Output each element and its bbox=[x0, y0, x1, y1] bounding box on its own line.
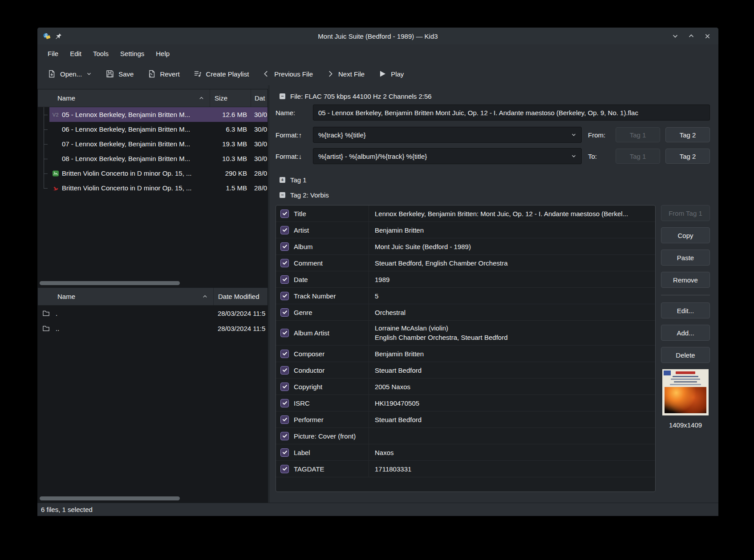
menu-settings[interactable]: Settings bbox=[114, 47, 150, 60]
from-tag1-button[interactable]: Tag 1 bbox=[616, 127, 660, 142]
tree-branch bbox=[38, 122, 49, 137]
tag-field-value[interactable]: Lorraine McAslan (violin) English Chambe… bbox=[369, 321, 655, 345]
file-row[interactable]: 08 - Lennox Berkeley, Benjamin Britten M… bbox=[38, 151, 268, 166]
edit-button[interactable]: Edit... bbox=[661, 302, 710, 318]
tag-field-value[interactable]: Mont Juic Suite (Bedford - 1989) bbox=[369, 238, 655, 254]
file-name: Britten Violin Concerto in D minor Op. 1… bbox=[62, 184, 210, 192]
file-row[interactable]: 07 - Lennox Berkeley, Benjamin Britten M… bbox=[38, 137, 268, 151]
album-art-size-label: 1409x1409 bbox=[661, 421, 710, 429]
menu-edit[interactable]: Edit bbox=[64, 47, 87, 60]
checkbox-copyright[interactable] bbox=[280, 383, 289, 391]
checkbox-isrc[interactable] bbox=[280, 399, 289, 407]
close-icon[interactable] bbox=[702, 31, 712, 41]
expand-icon[interactable]: + bbox=[280, 177, 285, 183]
tag-field-value[interactable]: Steuart Bedford bbox=[369, 411, 655, 427]
checkbox-conductor[interactable] bbox=[280, 366, 289, 375]
file-row[interactable]: Britten Violin Concerto in D minor Op. 1… bbox=[38, 181, 268, 195]
dir-row[interactable]: .28/03/2024 11:5 bbox=[38, 306, 268, 321]
remove-button[interactable]: Remove bbox=[661, 272, 710, 288]
tag-panel: − File: FLAC 705 kbps 44100 Hz 2 Channel… bbox=[270, 85, 718, 503]
to-tag2-button[interactable]: Tag 2 bbox=[665, 149, 710, 164]
tree-branch bbox=[38, 181, 49, 195]
file-list: Name Size Dat V205 - Lennox Berkeley, Be… bbox=[37, 89, 268, 287]
toolbar-create-playlist[interactable]: Create Playlist bbox=[193, 69, 249, 78]
from-tag2-button[interactable]: Tag 2 bbox=[665, 127, 710, 142]
tag-field-value[interactable]: 1989 bbox=[369, 271, 655, 287]
file-list-hscrollbar[interactable] bbox=[38, 279, 268, 287]
tag-field-value[interactable]: Naxos bbox=[369, 444, 655, 460]
dir-list-hscrollbar[interactable] bbox=[38, 495, 268, 502]
checkbox-comment[interactable] bbox=[280, 259, 289, 267]
tag-field-value[interactable]: Steuart Bedford bbox=[369, 362, 655, 378]
tag-field-value[interactable]: Lennox Berkeley, Benjamin Britten: Mont … bbox=[369, 205, 655, 222]
dir-list-header: Name Date Modified bbox=[38, 288, 268, 306]
pin-icon[interactable] bbox=[55, 33, 62, 40]
file-row[interactable]: V205 - Lennox Berkeley, Benjamin Britten… bbox=[38, 107, 268, 122]
collapse-icon[interactable]: − bbox=[280, 93, 285, 99]
menu-help[interactable]: Help bbox=[150, 47, 175, 60]
checkbox-date[interactable] bbox=[280, 275, 289, 284]
add-button[interactable]: Add... bbox=[661, 325, 710, 341]
tag-field-value[interactable]: 5 bbox=[369, 288, 655, 304]
column-header-date[interactable]: Dat bbox=[251, 89, 268, 107]
checkbox-composer[interactable] bbox=[280, 350, 289, 358]
tag-row-composer: ComposerBenjamin Britten bbox=[276, 346, 655, 362]
toolbar-revert[interactable]: Revert bbox=[147, 69, 179, 78]
copy-button[interactable]: Copy bbox=[661, 227, 710, 243]
tag-field-value[interactable] bbox=[369, 428, 655, 444]
filename-input[interactable] bbox=[313, 105, 710, 121]
tag-field-value[interactable]: Steuart Bedford, English Chamber Orchest… bbox=[369, 255, 655, 271]
maximize-icon[interactable] bbox=[686, 31, 696, 41]
tag-field-name: Track Number bbox=[294, 292, 369, 300]
minimize-icon[interactable] bbox=[670, 31, 680, 41]
tag2-section-header[interactable]: − Tag 2: Vorbis bbox=[276, 190, 710, 200]
menu-tools[interactable]: Tools bbox=[87, 47, 114, 60]
chevron-down-icon[interactable] bbox=[86, 71, 92, 77]
tag-field-value[interactable]: 1711803331 bbox=[369, 461, 655, 477]
toolbar-open[interactable]: Open... bbox=[47, 69, 92, 78]
toolbar-next-file[interactable]: Next File bbox=[326, 70, 365, 78]
checkbox-label[interactable] bbox=[280, 448, 289, 457]
checkbox-title[interactable] bbox=[280, 209, 289, 218]
checkbox-track-number[interactable] bbox=[280, 292, 289, 300]
checkbox-genre[interactable] bbox=[280, 308, 289, 317]
dir-name: .. bbox=[56, 325, 213, 332]
to-tag1-button[interactable]: Tag 1 bbox=[616, 149, 660, 164]
file-row[interactable]: Britten Violin Concerto in D minor Op. 1… bbox=[38, 166, 268, 181]
dir-row[interactable]: ..28/03/2024 11:5 bbox=[38, 321, 268, 336]
toolbar-play[interactable]: Play bbox=[378, 69, 404, 78]
column-header-date-modified[interactable]: Date Modified bbox=[213, 288, 268, 305]
checkbox-performer[interactable] bbox=[280, 415, 289, 424]
tag-field-value[interactable]: Orchestral bbox=[369, 304, 655, 320]
paste-button[interactable]: Paste bbox=[661, 250, 710, 266]
tag-field-value[interactable]: 2005 Naxos bbox=[369, 379, 655, 395]
checkbox-album-artist[interactable] bbox=[280, 329, 289, 337]
scrollbar-thumb[interactable] bbox=[40, 281, 180, 285]
column-header-name[interactable]: Name bbox=[38, 89, 210, 107]
tag-field-value[interactable]: HKI190470505 bbox=[369, 395, 655, 411]
column-header-name[interactable]: Name bbox=[38, 288, 213, 305]
tag-field-value[interactable]: Benjamin Britten bbox=[369, 346, 655, 362]
tag-field-value[interactable]: Benjamin Britten bbox=[369, 222, 655, 238]
scrollbar-thumb[interactable] bbox=[40, 496, 180, 500]
titlebar[interactable]: Mont Juic Suite (Bedford - 1989) — Kid3 bbox=[37, 28, 718, 44]
collapse-icon[interactable]: − bbox=[280, 192, 285, 198]
filename-row: Name: bbox=[276, 105, 710, 121]
checkbox-tagdate[interactable] bbox=[280, 465, 289, 473]
tag1-section-header[interactable]: + Tag 1 bbox=[276, 175, 710, 185]
sort-ascending-icon bbox=[202, 294, 208, 299]
from-tag-1-button[interactable]: From Tag 1 bbox=[661, 205, 710, 221]
album-art-thumbnail[interactable] bbox=[662, 369, 709, 415]
from-label: From: bbox=[582, 131, 610, 139]
checkbox-picture-cover-front[interactable] bbox=[280, 432, 289, 440]
format-down-combobox[interactable]: %{artist} - %{album}/%{track} %{title} bbox=[313, 148, 582, 164]
file-row[interactable]: 06 - Lennox Berkeley, Benjamin Britten M… bbox=[38, 122, 268, 137]
checkbox-artist[interactable] bbox=[280, 226, 289, 234]
toolbar-save[interactable]: Save bbox=[105, 69, 134, 78]
column-header-size[interactable]: Size bbox=[210, 89, 251, 107]
delete-button[interactable]: Delete bbox=[661, 347, 710, 363]
format-up-combobox[interactable]: %{track} %{title} bbox=[313, 127, 582, 143]
menu-file[interactable]: File bbox=[42, 47, 64, 60]
checkbox-album[interactable] bbox=[280, 242, 289, 251]
toolbar-previous-file[interactable]: Previous File bbox=[262, 70, 313, 78]
